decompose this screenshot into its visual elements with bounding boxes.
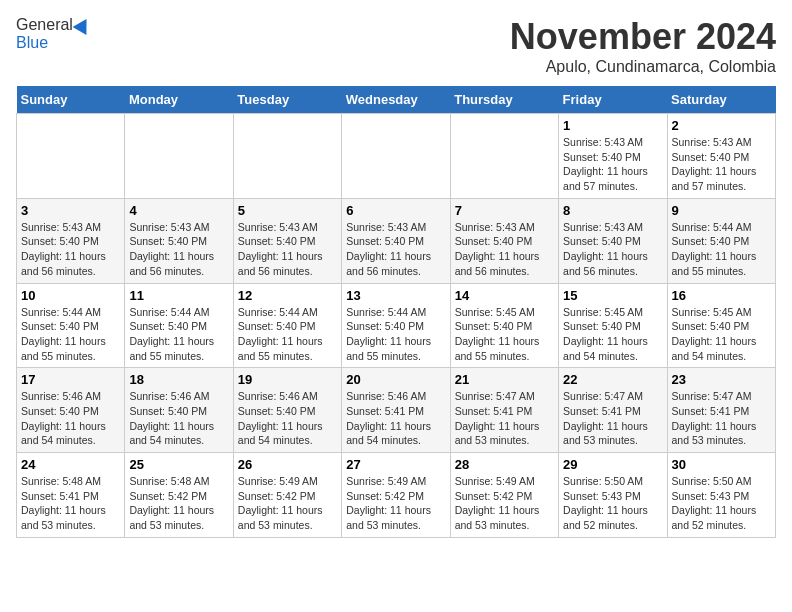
calendar-body: 1Sunrise: 5:43 AM Sunset: 5:40 PM Daylig… bbox=[17, 114, 776, 538]
day-detail: Sunrise: 5:43 AM Sunset: 5:40 PM Dayligh… bbox=[238, 220, 337, 279]
calendar-day: 28Sunrise: 5:49 AM Sunset: 5:42 PM Dayli… bbox=[450, 453, 558, 538]
day-number: 12 bbox=[238, 288, 337, 303]
calendar-day: 10Sunrise: 5:44 AM Sunset: 5:40 PM Dayli… bbox=[17, 283, 125, 368]
day-detail: Sunrise: 5:43 AM Sunset: 5:40 PM Dayligh… bbox=[672, 135, 771, 194]
day-detail: Sunrise: 5:43 AM Sunset: 5:40 PM Dayligh… bbox=[455, 220, 554, 279]
calendar-day: 2Sunrise: 5:43 AM Sunset: 5:40 PM Daylig… bbox=[667, 114, 775, 199]
day-detail: Sunrise: 5:43 AM Sunset: 5:40 PM Dayligh… bbox=[129, 220, 228, 279]
day-number: 9 bbox=[672, 203, 771, 218]
calendar-week-4: 17Sunrise: 5:46 AM Sunset: 5:40 PM Dayli… bbox=[17, 368, 776, 453]
day-number: 6 bbox=[346, 203, 445, 218]
day-number: 26 bbox=[238, 457, 337, 472]
calendar-day: 12Sunrise: 5:44 AM Sunset: 5:40 PM Dayli… bbox=[233, 283, 341, 368]
calendar-day: 23Sunrise: 5:47 AM Sunset: 5:41 PM Dayli… bbox=[667, 368, 775, 453]
location-text: Apulo, Cundinamarca, Colombia bbox=[510, 58, 776, 76]
column-header-tuesday: Tuesday bbox=[233, 86, 341, 114]
calendar-day: 24Sunrise: 5:48 AM Sunset: 5:41 PM Dayli… bbox=[17, 453, 125, 538]
calendar-day bbox=[233, 114, 341, 199]
day-number: 20 bbox=[346, 372, 445, 387]
logo-blue-text: Blue bbox=[16, 34, 48, 52]
header-row: SundayMondayTuesdayWednesdayThursdayFrid… bbox=[17, 86, 776, 114]
calendar-day: 15Sunrise: 5:45 AM Sunset: 5:40 PM Dayli… bbox=[559, 283, 667, 368]
day-detail: Sunrise: 5:43 AM Sunset: 5:40 PM Dayligh… bbox=[563, 220, 662, 279]
day-detail: Sunrise: 5:45 AM Sunset: 5:40 PM Dayligh… bbox=[455, 305, 554, 364]
calendar-day: 9Sunrise: 5:44 AM Sunset: 5:40 PM Daylig… bbox=[667, 198, 775, 283]
column-header-monday: Monday bbox=[125, 86, 233, 114]
calendar-day: 16Sunrise: 5:45 AM Sunset: 5:40 PM Dayli… bbox=[667, 283, 775, 368]
day-number: 25 bbox=[129, 457, 228, 472]
calendar-day: 19Sunrise: 5:46 AM Sunset: 5:40 PM Dayli… bbox=[233, 368, 341, 453]
day-number: 23 bbox=[672, 372, 771, 387]
day-number: 30 bbox=[672, 457, 771, 472]
day-number: 7 bbox=[455, 203, 554, 218]
calendar-week-1: 1Sunrise: 5:43 AM Sunset: 5:40 PM Daylig… bbox=[17, 114, 776, 199]
day-number: 21 bbox=[455, 372, 554, 387]
calendar-day: 1Sunrise: 5:43 AM Sunset: 5:40 PM Daylig… bbox=[559, 114, 667, 199]
calendar-day bbox=[450, 114, 558, 199]
day-number: 18 bbox=[129, 372, 228, 387]
day-detail: Sunrise: 5:46 AM Sunset: 5:40 PM Dayligh… bbox=[21, 389, 120, 448]
day-detail: Sunrise: 5:44 AM Sunset: 5:40 PM Dayligh… bbox=[21, 305, 120, 364]
calendar-day bbox=[17, 114, 125, 199]
day-detail: Sunrise: 5:50 AM Sunset: 5:43 PM Dayligh… bbox=[563, 474, 662, 533]
calendar-day: 5Sunrise: 5:43 AM Sunset: 5:40 PM Daylig… bbox=[233, 198, 341, 283]
column-header-sunday: Sunday bbox=[17, 86, 125, 114]
column-header-friday: Friday bbox=[559, 86, 667, 114]
page-header: General Blue November 2024 Apulo, Cundin… bbox=[16, 16, 776, 76]
calendar-day: 7Sunrise: 5:43 AM Sunset: 5:40 PM Daylig… bbox=[450, 198, 558, 283]
calendar-week-2: 3Sunrise: 5:43 AM Sunset: 5:40 PM Daylig… bbox=[17, 198, 776, 283]
calendar-day: 26Sunrise: 5:49 AM Sunset: 5:42 PM Dayli… bbox=[233, 453, 341, 538]
calendar-day: 25Sunrise: 5:48 AM Sunset: 5:42 PM Dayli… bbox=[125, 453, 233, 538]
column-header-saturday: Saturday bbox=[667, 86, 775, 114]
calendar-day: 11Sunrise: 5:44 AM Sunset: 5:40 PM Dayli… bbox=[125, 283, 233, 368]
day-number: 1 bbox=[563, 118, 662, 133]
day-detail: Sunrise: 5:44 AM Sunset: 5:40 PM Dayligh… bbox=[672, 220, 771, 279]
calendar-day: 14Sunrise: 5:45 AM Sunset: 5:40 PM Dayli… bbox=[450, 283, 558, 368]
day-detail: Sunrise: 5:44 AM Sunset: 5:40 PM Dayligh… bbox=[238, 305, 337, 364]
calendar-header: SundayMondayTuesdayWednesdayThursdayFrid… bbox=[17, 86, 776, 114]
calendar-day: 21Sunrise: 5:47 AM Sunset: 5:41 PM Dayli… bbox=[450, 368, 558, 453]
day-number: 22 bbox=[563, 372, 662, 387]
calendar-day bbox=[125, 114, 233, 199]
day-number: 10 bbox=[21, 288, 120, 303]
day-number: 5 bbox=[238, 203, 337, 218]
day-number: 13 bbox=[346, 288, 445, 303]
day-detail: Sunrise: 5:44 AM Sunset: 5:40 PM Dayligh… bbox=[346, 305, 445, 364]
calendar-week-3: 10Sunrise: 5:44 AM Sunset: 5:40 PM Dayli… bbox=[17, 283, 776, 368]
calendar-day: 8Sunrise: 5:43 AM Sunset: 5:40 PM Daylig… bbox=[559, 198, 667, 283]
logo-triangle-icon bbox=[72, 15, 93, 35]
logo: General Blue bbox=[16, 16, 91, 52]
day-detail: Sunrise: 5:50 AM Sunset: 5:43 PM Dayligh… bbox=[672, 474, 771, 533]
day-number: 8 bbox=[563, 203, 662, 218]
calendar-day: 27Sunrise: 5:49 AM Sunset: 5:42 PM Dayli… bbox=[342, 453, 450, 538]
day-detail: Sunrise: 5:43 AM Sunset: 5:40 PM Dayligh… bbox=[21, 220, 120, 279]
day-number: 27 bbox=[346, 457, 445, 472]
day-detail: Sunrise: 5:49 AM Sunset: 5:42 PM Dayligh… bbox=[238, 474, 337, 533]
day-number: 15 bbox=[563, 288, 662, 303]
calendar-day: 29Sunrise: 5:50 AM Sunset: 5:43 PM Dayli… bbox=[559, 453, 667, 538]
month-title: November 2024 bbox=[510, 16, 776, 58]
logo-general-text: General bbox=[16, 16, 73, 34]
calendar-week-5: 24Sunrise: 5:48 AM Sunset: 5:41 PM Dayli… bbox=[17, 453, 776, 538]
day-detail: Sunrise: 5:45 AM Sunset: 5:40 PM Dayligh… bbox=[672, 305, 771, 364]
column-header-thursday: Thursday bbox=[450, 86, 558, 114]
day-detail: Sunrise: 5:43 AM Sunset: 5:40 PM Dayligh… bbox=[346, 220, 445, 279]
calendar-day: 17Sunrise: 5:46 AM Sunset: 5:40 PM Dayli… bbox=[17, 368, 125, 453]
calendar-day: 4Sunrise: 5:43 AM Sunset: 5:40 PM Daylig… bbox=[125, 198, 233, 283]
day-detail: Sunrise: 5:49 AM Sunset: 5:42 PM Dayligh… bbox=[455, 474, 554, 533]
day-number: 28 bbox=[455, 457, 554, 472]
day-detail: Sunrise: 5:47 AM Sunset: 5:41 PM Dayligh… bbox=[455, 389, 554, 448]
day-detail: Sunrise: 5:48 AM Sunset: 5:41 PM Dayligh… bbox=[21, 474, 120, 533]
calendar-day: 20Sunrise: 5:46 AM Sunset: 5:41 PM Dayli… bbox=[342, 368, 450, 453]
day-number: 11 bbox=[129, 288, 228, 303]
day-detail: Sunrise: 5:46 AM Sunset: 5:41 PM Dayligh… bbox=[346, 389, 445, 448]
day-detail: Sunrise: 5:47 AM Sunset: 5:41 PM Dayligh… bbox=[672, 389, 771, 448]
calendar-day: 13Sunrise: 5:44 AM Sunset: 5:40 PM Dayli… bbox=[342, 283, 450, 368]
calendar-table: SundayMondayTuesdayWednesdayThursdayFrid… bbox=[16, 86, 776, 538]
calendar-day: 6Sunrise: 5:43 AM Sunset: 5:40 PM Daylig… bbox=[342, 198, 450, 283]
column-header-wednesday: Wednesday bbox=[342, 86, 450, 114]
day-detail: Sunrise: 5:49 AM Sunset: 5:42 PM Dayligh… bbox=[346, 474, 445, 533]
calendar-day bbox=[342, 114, 450, 199]
day-number: 29 bbox=[563, 457, 662, 472]
day-detail: Sunrise: 5:47 AM Sunset: 5:41 PM Dayligh… bbox=[563, 389, 662, 448]
